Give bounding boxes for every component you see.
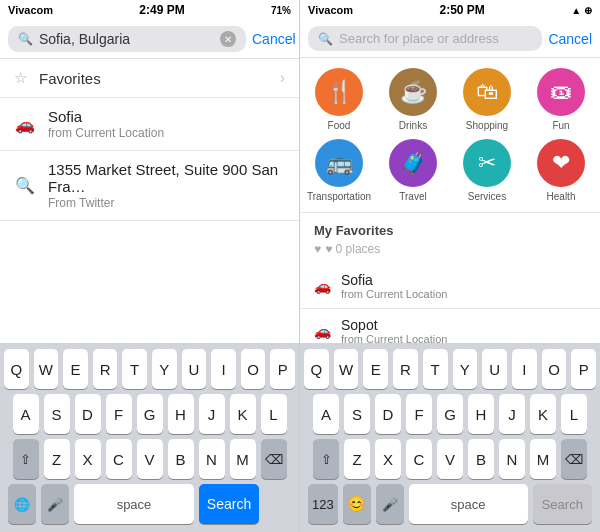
key-k-r[interactable]: K xyxy=(530,394,556,434)
result-item-twitter[interactable]: 🔍 1355 Market Street, Suite 900 San Fra…… xyxy=(0,151,299,221)
key-t-r[interactable]: T xyxy=(423,349,448,389)
key-x-r[interactable]: X xyxy=(375,439,401,479)
key-i[interactable]: I xyxy=(211,349,236,389)
fun-icon: 🎟 xyxy=(537,68,585,116)
key-b-r[interactable]: B xyxy=(468,439,494,479)
key-w-r[interactable]: W xyxy=(334,349,359,389)
my-favorites-header: My Favorites xyxy=(300,213,600,242)
search-input-left[interactable] xyxy=(39,31,214,47)
key-g-r[interactable]: G xyxy=(437,394,463,434)
key-i-r[interactable]: I xyxy=(512,349,537,389)
search-field-right[interactable]: 🔍 Search for place or address xyxy=(308,26,542,51)
cancel-button-left[interactable]: Cancel xyxy=(252,31,296,47)
result-title-1: Sofia xyxy=(48,108,164,125)
delete-key-right[interactable]: ⌫ xyxy=(561,439,587,479)
key-o-r[interactable]: O xyxy=(542,349,567,389)
my-favorites-sub: ♥ ♥ 0 places xyxy=(300,242,600,264)
key-e[interactable]: E xyxy=(63,349,88,389)
favorites-label: Favorites xyxy=(39,70,101,87)
key-o[interactable]: O xyxy=(241,349,266,389)
key-g[interactable]: G xyxy=(137,394,163,434)
key-m-r[interactable]: M xyxy=(530,439,556,479)
cat-services[interactable]: ✂ Services xyxy=(454,139,520,202)
cat-transportation[interactable]: 🚌 Transportation xyxy=(306,139,372,202)
emoji-key-right[interactable]: 😊 xyxy=(343,484,371,524)
key-q-r[interactable]: Q xyxy=(304,349,329,389)
key-y-r[interactable]: Y xyxy=(453,349,478,389)
key-p[interactable]: P xyxy=(270,349,295,389)
key-m[interactable]: M xyxy=(230,439,256,479)
key-f[interactable]: F xyxy=(106,394,132,434)
key-q[interactable]: Q xyxy=(4,349,29,389)
right-result-sofia[interactable]: 🚗 Sofia from Current Location xyxy=(300,264,600,309)
cat-food[interactable]: 🍴 Food xyxy=(306,68,372,131)
result-item-sofia[interactable]: 🚗 Sofia from Current Location xyxy=(0,98,299,151)
cat-fun[interactable]: 🎟 Fun xyxy=(528,68,594,131)
key-h[interactable]: H xyxy=(168,394,194,434)
key-z-r[interactable]: Z xyxy=(344,439,370,479)
key-j-r[interactable]: J xyxy=(499,394,525,434)
key-h-r[interactable]: H xyxy=(468,394,494,434)
key-l-r[interactable]: L xyxy=(561,394,587,434)
key-t[interactable]: T xyxy=(122,349,147,389)
key-a-r[interactable]: A xyxy=(313,394,339,434)
key-l[interactable]: L xyxy=(261,394,287,434)
key-v-r[interactable]: V xyxy=(437,439,463,479)
shift-key-left[interactable]: ⇧ xyxy=(13,439,39,479)
right-result-sopot[interactable]: 🚗 Sopot from Current Location xyxy=(300,309,600,343)
key-u-r[interactable]: U xyxy=(482,349,507,389)
delete-key-left[interactable]: ⌫ xyxy=(261,439,287,479)
key-k[interactable]: K xyxy=(230,394,256,434)
shift-key-right[interactable]: ⇧ xyxy=(313,439,339,479)
key-c-r[interactable]: C xyxy=(406,439,432,479)
cat-drinks[interactable]: ☕ Drinks xyxy=(380,68,446,131)
cancel-button-right[interactable]: Cancel xyxy=(548,31,592,47)
clear-button-left[interactable]: ✕ xyxy=(220,31,236,47)
key-u[interactable]: U xyxy=(182,349,207,389)
space-key-right[interactable]: space xyxy=(409,484,528,524)
globe-key-left[interactable]: 🌐 xyxy=(8,484,36,524)
key-r-r[interactable]: R xyxy=(393,349,418,389)
search-key-left[interactable]: Search xyxy=(199,484,259,524)
shopping-icon: 🛍 xyxy=(463,68,511,116)
key-j[interactable]: J xyxy=(199,394,225,434)
right-panel: Vivacom 2:50 PM ▲ ⊕ 🔍 Search for place o… xyxy=(300,0,600,532)
key-r[interactable]: R xyxy=(93,349,118,389)
key-e-r[interactable]: E xyxy=(363,349,388,389)
battery-right: ▲ ⊕ xyxy=(571,5,592,16)
key-n[interactable]: N xyxy=(199,439,225,479)
keyboard-bottom-right: 123 😊 🎤 space Search xyxy=(304,484,596,528)
key-s[interactable]: S xyxy=(44,394,70,434)
search-bar-left: 🔍 ✕ Cancel xyxy=(0,20,299,59)
health-label: Health xyxy=(547,191,576,202)
key-c[interactable]: C xyxy=(106,439,132,479)
search-field-left[interactable]: 🔍 ✕ xyxy=(8,26,246,52)
cat-shopping[interactable]: 🛍 Shopping xyxy=(454,68,520,131)
key-n-r[interactable]: N xyxy=(499,439,525,479)
key-f-r[interactable]: F xyxy=(406,394,432,434)
key-b[interactable]: B xyxy=(168,439,194,479)
key-z[interactable]: Z xyxy=(44,439,70,479)
keyboard-row-3-left: ⇧ Z X C V B N M ⌫ xyxy=(4,439,295,479)
key-x[interactable]: X xyxy=(75,439,101,479)
key-d-r[interactable]: D xyxy=(375,394,401,434)
search-key-right[interactable]: Search xyxy=(533,484,592,524)
key-w[interactable]: W xyxy=(34,349,59,389)
mic-key-right[interactable]: 🎤 xyxy=(376,484,404,524)
key-p-r[interactable]: P xyxy=(571,349,596,389)
favorites-item[interactable]: ☆ Favorites › xyxy=(0,59,299,98)
space-key-left[interactable]: space xyxy=(74,484,194,524)
search-placeholder-right: Search for place or address xyxy=(339,31,499,46)
key-s-r[interactable]: S xyxy=(344,394,370,434)
key-a[interactable]: A xyxy=(13,394,39,434)
mic-key-left[interactable]: 🎤 xyxy=(41,484,69,524)
right-result-sub-2: from Current Location xyxy=(341,333,447,343)
num-key-right[interactable]: 123 xyxy=(308,484,338,524)
cat-travel[interactable]: 🧳 Travel xyxy=(380,139,446,202)
keyboard-row-1-right: Q W E R T Y U I O P xyxy=(304,349,596,389)
travel-label: Travel xyxy=(399,191,426,202)
cat-health[interactable]: ❤ Health xyxy=(528,139,594,202)
key-d[interactable]: D xyxy=(75,394,101,434)
key-y[interactable]: Y xyxy=(152,349,177,389)
key-v[interactable]: V xyxy=(137,439,163,479)
